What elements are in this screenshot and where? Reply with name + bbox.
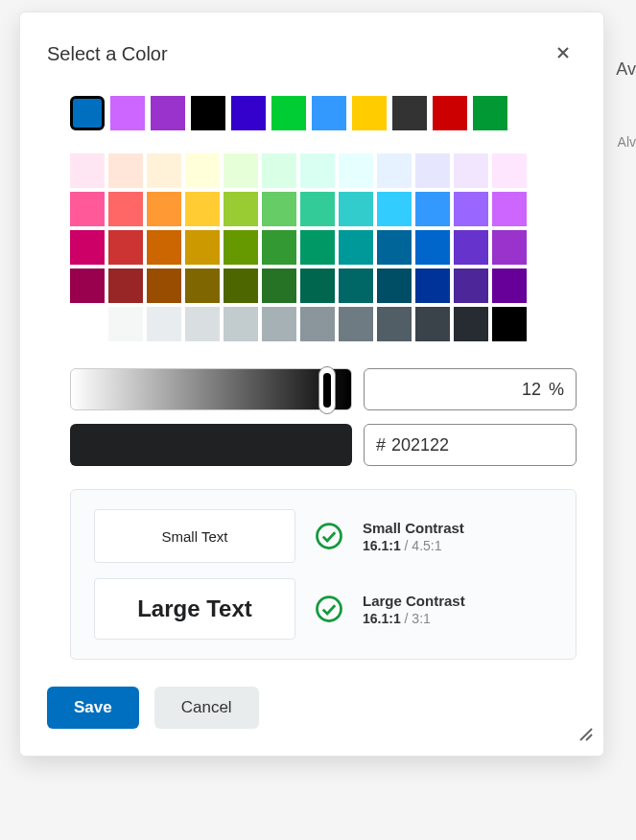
small-contrast-label: Small Contrast <box>363 520 553 536</box>
palette-swatch[interactable] <box>185 268 220 303</box>
palette-swatch[interactable] <box>70 192 105 226</box>
large-ratio-value: 16.1:1 <box>363 611 401 626</box>
large-contrast-label: Large Contrast <box>363 593 553 609</box>
preset-swatch[interactable] <box>352 96 387 130</box>
palette-swatch[interactable] <box>185 307 220 341</box>
palette-swatch[interactable] <box>262 230 296 265</box>
palette-swatch[interactable] <box>454 230 488 265</box>
palette-swatch[interactable] <box>300 230 335 265</box>
palette-swatch[interactable] <box>224 192 258 226</box>
palette-swatch[interactable] <box>185 230 220 265</box>
palette-swatch[interactable] <box>262 307 296 341</box>
palette-swatch[interactable] <box>147 153 181 188</box>
palette-swatch[interactable] <box>377 153 412 188</box>
palette-swatch[interactable] <box>415 153 450 188</box>
percent-symbol: % <box>549 380 564 400</box>
palette-swatch[interactable] <box>300 192 335 226</box>
preset-swatch[interactable] <box>433 96 467 130</box>
palette-swatch[interactable] <box>70 230 105 265</box>
palette-swatch[interactable] <box>415 268 450 303</box>
brightness-input[interactable] <box>376 380 549 400</box>
small-ratio-req: / 4.5:1 <box>405 538 442 553</box>
palette-swatch[interactable] <box>108 307 143 341</box>
palette-swatch[interactable] <box>454 153 488 188</box>
palette-swatch[interactable] <box>300 307 335 341</box>
svg-point-0 <box>318 525 342 548</box>
palette-swatch[interactable] <box>147 307 181 341</box>
brightness-slider[interactable] <box>70 368 352 410</box>
palette-swatch[interactable] <box>70 153 105 188</box>
palette-swatch[interactable] <box>224 307 258 341</box>
palette-swatch[interactable] <box>70 268 105 303</box>
brightness-input-wrap: % <box>364 368 577 410</box>
palette-swatch[interactable] <box>224 230 258 265</box>
palette-row <box>70 192 577 226</box>
large-ratio-req: / 3:1 <box>405 611 431 626</box>
palette-swatch[interactable] <box>492 230 527 265</box>
preset-swatch[interactable] <box>473 96 507 130</box>
palette-swatch[interactable] <box>108 153 143 188</box>
palette-swatch[interactable] <box>339 192 373 226</box>
palette-swatch[interactable] <box>262 268 296 303</box>
button-row: Save Cancel <box>47 687 577 729</box>
palette-swatch[interactable] <box>492 268 527 303</box>
svg-point-1 <box>318 597 342 621</box>
palette-swatch[interactable] <box>454 268 488 303</box>
palette-swatch[interactable] <box>300 153 335 188</box>
palette-swatch[interactable] <box>108 268 143 303</box>
palette-swatch[interactable] <box>415 307 450 341</box>
palette-swatch[interactable] <box>454 192 488 226</box>
palette-swatch[interactable] <box>492 192 527 226</box>
palette-swatch[interactable] <box>339 153 373 188</box>
preset-swatch[interactable] <box>110 96 145 130</box>
palette-swatch[interactable] <box>492 307 527 341</box>
palette-swatch[interactable] <box>377 230 412 265</box>
palette-swatch[interactable] <box>70 307 105 341</box>
preset-swatch[interactable] <box>151 96 185 130</box>
palette-swatch[interactable] <box>108 192 143 226</box>
hex-input[interactable] <box>391 435 564 455</box>
palette-swatch[interactable] <box>147 230 181 265</box>
palette-swatch[interactable] <box>147 268 181 303</box>
palette-swatch[interactable] <box>415 192 450 226</box>
palette-swatch[interactable] <box>300 268 335 303</box>
palette-swatch[interactable] <box>262 153 296 188</box>
contrast-row-large: Large Text Large Contrast 16.1:1 / 3:1 <box>94 578 553 640</box>
contrast-row-small: Small Text Small Contrast 16.1:1 / 4.5:1 <box>94 509 553 563</box>
palette-swatch[interactable] <box>377 307 412 341</box>
large-contrast-info: Large Contrast 16.1:1 / 3:1 <box>363 593 553 626</box>
close-button[interactable] <box>550 39 577 69</box>
palette-swatch[interactable] <box>185 192 220 226</box>
preset-swatch[interactable] <box>271 96 306 130</box>
preset-swatch[interactable] <box>231 96 266 130</box>
palette-swatch[interactable] <box>147 192 181 226</box>
check-circle-icon <box>315 595 343 623</box>
background-text: Alv <box>618 134 636 150</box>
check-circle-icon <box>315 522 343 550</box>
palette-swatch[interactable] <box>339 307 373 341</box>
palette-swatch[interactable] <box>415 230 450 265</box>
palette-swatch[interactable] <box>339 268 373 303</box>
palette-swatch[interactable] <box>224 153 258 188</box>
cancel-button[interactable]: Cancel <box>154 687 259 729</box>
color-picker-modal: Select a Color % # Small Text <box>19 12 604 757</box>
large-text-sample: Large Text <box>94 578 295 640</box>
preset-swatch[interactable] <box>312 96 346 130</box>
palette-swatch[interactable] <box>262 192 296 226</box>
palette-swatch[interactable] <box>377 268 412 303</box>
palette-swatch[interactable] <box>108 230 143 265</box>
contrast-panel: Small Text Small Contrast 16.1:1 / 4.5:1… <box>70 489 577 660</box>
palette-swatch[interactable] <box>339 230 373 265</box>
save-button[interactable]: Save <box>47 687 139 729</box>
palette-swatch[interactable] <box>492 153 527 188</box>
resize-handle[interactable] <box>578 727 594 746</box>
palette-swatch[interactable] <box>185 153 220 188</box>
modal-header: Select a Color <box>47 39 577 69</box>
slider-thumb[interactable] <box>318 366 336 414</box>
palette-swatch[interactable] <box>377 192 412 226</box>
preset-swatch[interactable] <box>392 96 427 130</box>
palette-swatch[interactable] <box>224 268 258 303</box>
preset-swatch[interactable] <box>191 96 225 130</box>
preset-swatch[interactable] <box>70 96 105 130</box>
palette-swatch[interactable] <box>454 307 488 341</box>
